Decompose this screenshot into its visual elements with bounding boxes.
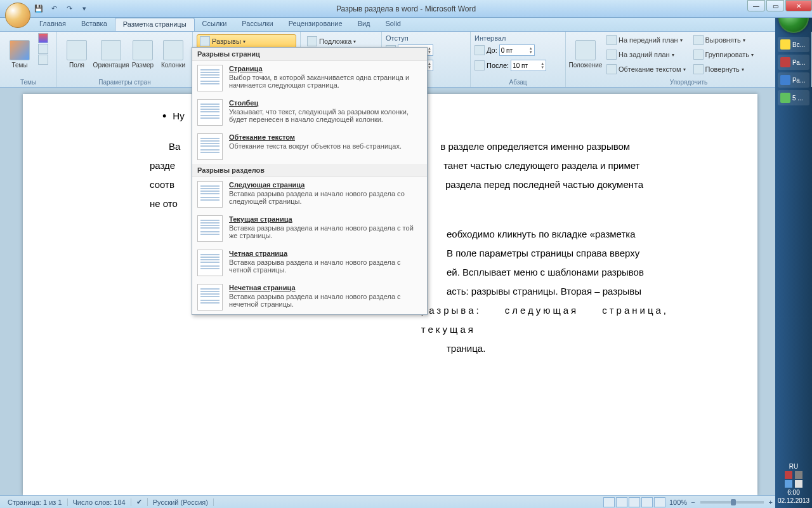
status-page[interactable]: Страница: 1 из 1 bbox=[3, 498, 68, 506]
break-column[interactable]: СтолбецУказывает, что текст, следующий з… bbox=[192, 95, 427, 130]
close-button[interactable]: ✕ bbox=[785, 0, 812, 11]
bring-front-button[interactable]: На передний план▾ bbox=[604, 33, 688, 47]
group-pagesetup-label: Параметры стран bbox=[57, 79, 192, 86]
zoom-out[interactable]: − bbox=[691, 498, 695, 506]
zoom-level[interactable]: 100% bbox=[669, 498, 687, 506]
dropdown-header-sections: Разрывы разделов bbox=[192, 164, 427, 177]
even-page-icon bbox=[197, 250, 223, 276]
save-icon[interactable]: 💾 bbox=[32, 3, 46, 15]
back-icon bbox=[606, 50, 617, 60]
qat-dropdown-icon[interactable]: ▾ bbox=[77, 3, 91, 15]
group-spacing-title: Интервал bbox=[475, 34, 561, 42]
wrap-break-icon bbox=[197, 133, 223, 160]
column-break-icon bbox=[197, 99, 223, 126]
view-draft[interactable] bbox=[654, 497, 665, 507]
dropdown-header-pages: Разрывы страниц bbox=[192, 48, 427, 61]
tab-mailings[interactable]: Рассылки bbox=[234, 18, 280, 31]
page-break-icon bbox=[197, 65, 223, 91]
breaks-dropdown: Разрывы страниц СтраницаВыбор точки, в к… bbox=[192, 47, 428, 315]
orientation-button[interactable]: Ориентация bbox=[95, 33, 127, 75]
group-themes-label: Темы bbox=[0, 79, 56, 86]
undo-icon[interactable]: ↶ bbox=[47, 3, 61, 15]
redo-icon[interactable]: ↷ bbox=[62, 3, 76, 15]
margins-button[interactable]: Поля bbox=[61, 33, 93, 75]
clock-time[interactable]: 6:00 bbox=[778, 489, 809, 496]
columns-icon bbox=[163, 40, 183, 60]
group-arrange-label: Упорядочить bbox=[566, 79, 811, 86]
zoom-slider[interactable] bbox=[700, 501, 764, 504]
status-proofing-icon[interactable]: ✔ bbox=[131, 498, 148, 506]
continuous-icon bbox=[197, 215, 223, 242]
break-text-wrap[interactable]: Обтекание текстомОбтекание текста вокруг… bbox=[192, 130, 427, 164]
position-button[interactable]: Положение bbox=[570, 33, 601, 75]
spacing-after[interactable]: После:10 пт▲▼ bbox=[475, 58, 561, 72]
tab-references[interactable]: Ссылки bbox=[195, 18, 235, 31]
send-back-button[interactable]: На задний план▾ bbox=[604, 48, 688, 62]
status-bar: Страница: 1 из 1 Число слов: 184 ✔ Русск… bbox=[0, 495, 775, 508]
tab-review[interactable]: Рецензирование bbox=[281, 18, 350, 31]
group-button[interactable]: Группировать▾ bbox=[691, 48, 757, 62]
status-language[interactable]: Русский (Россия) bbox=[148, 498, 214, 506]
spacing-after-icon bbox=[475, 60, 485, 70]
tab-view[interactable]: Вид bbox=[350, 18, 378, 31]
size-icon bbox=[133, 40, 153, 60]
text-wrap-button[interactable]: Обтекание текстом▾ bbox=[604, 62, 688, 76]
tab-home[interactable]: Главная bbox=[32, 18, 74, 31]
break-next-page[interactable]: Следующая страницаВставка разрыва раздел… bbox=[192, 177, 427, 211]
tab-insert[interactable]: Вставка bbox=[74, 18, 115, 31]
breaks-button[interactable]: Разрывы▾ bbox=[197, 34, 296, 48]
doc-text: Ну bbox=[173, 107, 184, 126]
margins-icon bbox=[67, 40, 87, 60]
effects-icon[interactable] bbox=[38, 55, 48, 65]
spacing-before[interactable]: До:0 пт▲▼ bbox=[475, 43, 561, 57]
view-full-screen[interactable] bbox=[616, 497, 627, 507]
clock-date[interactable]: 02.12.2013 bbox=[778, 497, 809, 504]
status-words[interactable]: Число слов: 184 bbox=[68, 498, 131, 506]
maximize-button[interactable]: ▭ bbox=[766, 0, 784, 11]
group-indent-title: Отступ bbox=[386, 34, 466, 42]
fonts-icon[interactable] bbox=[38, 44, 48, 54]
align-button[interactable]: Выровнять▾ bbox=[691, 33, 757, 47]
front-icon bbox=[606, 35, 617, 45]
orientation-icon bbox=[101, 40, 121, 60]
tab-page-layout[interactable]: Разметка страницы bbox=[115, 18, 195, 31]
themes-button[interactable]: Темы bbox=[4, 33, 36, 75]
position-icon bbox=[575, 40, 596, 60]
minimize-button[interactable]: — bbox=[747, 0, 765, 11]
columns-button[interactable]: Колонки bbox=[159, 33, 188, 75]
watermark-button[interactable]: Подложка▾ bbox=[304, 34, 377, 48]
zoom-in[interactable]: + bbox=[769, 498, 773, 506]
odd-page-icon bbox=[197, 284, 223, 311]
office-button[interactable] bbox=[5, 3, 30, 28]
ribbon-tabs: Главная Вставка Разметка страницы Ссылки… bbox=[0, 18, 812, 32]
group-paragraph-label: Абзац bbox=[471, 79, 565, 86]
view-print-layout[interactable] bbox=[603, 497, 615, 507]
rotate-button[interactable]: Повернуть▾ bbox=[691, 62, 757, 76]
view-web[interactable] bbox=[629, 497, 640, 507]
window-title: Разрыв раздела в word - Microsoft Word bbox=[336, 4, 476, 13]
colors-icon[interactable] bbox=[38, 33, 48, 43]
title-bar: 💾 ↶ ↷ ▾ Разрыв раздела в word - Microsof… bbox=[0, 0, 812, 18]
view-outline[interactable] bbox=[641, 497, 653, 507]
break-even-page[interactable]: Четная страницаВставка разрыва раздела и… bbox=[192, 246, 427, 280]
size-button[interactable]: Размер bbox=[129, 33, 156, 75]
breaks-icon bbox=[200, 36, 210, 46]
system-tray: RU 6:00 02.12.2013 bbox=[775, 459, 812, 508]
rotate-icon bbox=[693, 64, 704, 74]
group-icon bbox=[693, 50, 704, 60]
watermark-icon bbox=[307, 36, 317, 46]
themes-icon bbox=[10, 40, 30, 60]
quick-access-toolbar: 💾 ↶ ↷ ▾ bbox=[32, 3, 91, 15]
language-indicator[interactable]: RU bbox=[778, 463, 809, 470]
break-page[interactable]: СтраницаВыбор точки, в которой заканчива… bbox=[192, 61, 427, 95]
tab-solid[interactable]: Solid bbox=[378, 18, 409, 31]
break-continuous[interactable]: Текущая страницаВставка разрыва раздела … bbox=[192, 211, 427, 246]
taskbar-item[interactable]: 5 ... bbox=[778, 90, 809, 105]
next-page-icon bbox=[197, 181, 223, 208]
spacing-before-icon bbox=[475, 45, 485, 55]
wrap-icon bbox=[606, 64, 617, 74]
align-icon bbox=[693, 35, 704, 45]
break-odd-page[interactable]: Нечетная страницаВставка разрыва раздела… bbox=[192, 280, 427, 314]
